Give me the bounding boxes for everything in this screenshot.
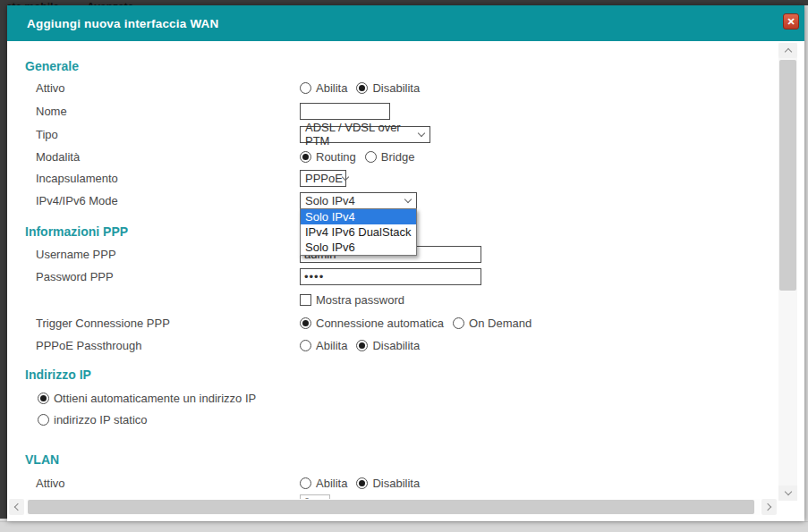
scroll-right-button[interactable] [761,499,777,515]
row-password-ppp: Password PPP [36,267,481,285]
radio-label: Connessione automatica [316,317,444,330]
field-label: Username PPP [36,248,300,261]
radio-ottieni-automaticamente[interactable] [38,393,49,404]
close-icon: ✕ [787,16,795,27]
radio-routing[interactable] [300,151,311,163]
radio-abilita[interactable] [300,82,311,94]
section-heading-vlan: VLAN [25,452,59,467]
field-label: IPv4/IPv6 Mode [36,194,300,207]
background-bottom-edge [0,521,808,532]
selected-value: PPPoE [305,172,343,185]
field-label: Tipo [36,128,300,141]
field-label: Nome [36,105,300,118]
radio-on-demand[interactable] [453,317,464,329]
scroll-up-button[interactable] [778,43,797,58]
horizontal-scroll-track[interactable] [26,499,760,515]
chevron-down-icon [404,195,412,202]
dropdown-option-solo-ipv6[interactable]: Solo IPv6 [301,240,416,255]
section-heading-informazioni-ppp: Informazioni PPP [25,224,128,239]
row-nome: Nome [36,102,390,120]
chevron-down-icon [784,488,791,495]
field-label: Modalità [36,150,300,164]
field-label: Attivo [36,477,300,490]
radio-disabilita[interactable] [356,340,368,351]
radio-label: Bridge [381,150,415,164]
row-incapsulamento: Incapsulamento PPPoE [36,169,346,187]
radio-indirizzo-statico[interactable] [38,414,49,426]
background-left-edge [0,0,7,519]
row-vlan-attivo: Attivo Abilita Disabilita [36,474,429,492]
chevron-right-icon [764,503,771,511]
incapsulamento-select[interactable]: PPPoE [300,170,346,187]
close-button[interactable]: ✕ [783,13,799,30]
radio-bridge[interactable] [365,151,377,163]
row-tipo: Tipo ADSL / VDSL over PTM [36,125,430,143]
scroll-left-button[interactable] [9,499,24,515]
radio-label: indirizzo IP statico [54,413,148,426]
field-label: Trigger Connessione PPP [36,317,300,330]
radio-label: Abilita [316,81,347,95]
tipo-select[interactable]: ADSL / VDSL over PTM [300,126,430,143]
checkbox-label: Mostra password [316,293,404,307]
row-ipv4-ipv6-mode: IPv4/IPv6 Mode Solo IPv4 [36,191,417,209]
scroll-down-button[interactable] [778,486,797,501]
row-trigger-connessione: Trigger Connessione PPP Connessione auto… [36,314,540,332]
section-heading-generale: Generale [25,59,79,73]
radio-label: Routing [316,150,356,164]
horizontal-scrollbar[interactable] [9,499,777,515]
row-indirizzo-statico: indirizzo IP statico [38,410,157,428]
field-label: Attivo [36,81,300,95]
dropdown-option-dualstack[interactable]: IPv4 IPv6 DualStack [301,224,416,240]
dialog-body: Generale Attivo Abilita Disabilita Nome … [7,41,804,521]
row-modalita: Modalità Routing Bridge [36,148,423,165]
radio-label: Abilita [316,477,347,490]
radio-abilita[interactable] [300,340,311,351]
chevron-up-icon [784,48,791,55]
radio-disabilita[interactable] [356,82,368,94]
radio-disabilita[interactable] [356,477,368,489]
radio-label: Disabilita [372,81,420,95]
selected-value: ADSL / VDSL over PTM [305,121,419,148]
radio-label: Ottieni automaticamente un indirizzo IP [54,392,256,405]
radio-abilita[interactable] [300,477,311,489]
radio-label: Disabilita [372,477,420,490]
field-label: Incapsulamento [36,172,300,185]
chevron-down-icon [418,129,425,136]
row-pppoe-passthrough: PPPoE Passthrough Abilita Disabilita [36,336,429,354]
ip-mode-select[interactable]: Solo IPv4 [300,192,417,209]
field-label: Password PPP [36,270,300,283]
field-label: PPPoE Passthrough [36,339,300,352]
radio-label: On Demand [469,317,532,330]
row-attivo: Attivo Abilita Disabilita [36,79,429,97]
row-mostra-password: Mostra password [36,291,413,308]
add-wan-interface-dialog: Aggiungi nuova interfaccia WAN ✕ General… [7,5,804,521]
password-ppp-input[interactable] [300,268,481,285]
ip-mode-dropdown-list: Solo IPv4 IPv4 IPv6 DualStack Solo IPv6 [300,208,417,256]
dropdown-option-solo-ipv4[interactable]: Solo IPv4 [301,209,416,224]
selected-value: Solo IPv4 [305,194,355,207]
chevron-left-icon [14,503,21,511]
vertical-scroll-thumb[interactable] [779,60,796,291]
radio-label: Abilita [316,339,347,352]
dialog-header: Aggiungi nuova interfaccia WAN ✕ [7,5,804,41]
vertical-scrollbar[interactable] [778,43,797,501]
row-ottieni-automaticamente: Ottieni automaticamente un indirizzo IP [38,389,265,407]
dialog-title: Aggiungi nuova interfaccia WAN [7,17,219,30]
nome-input[interactable] [300,103,390,120]
section-heading-indirizzo-ip: Indirizzo IP [25,367,91,382]
show-password-checkbox[interactable] [300,294,311,306]
radio-connessione-automatica[interactable] [300,317,311,329]
horizontal-scroll-thumb[interactable] [28,500,754,514]
radio-label: Disabilita [372,339,420,352]
